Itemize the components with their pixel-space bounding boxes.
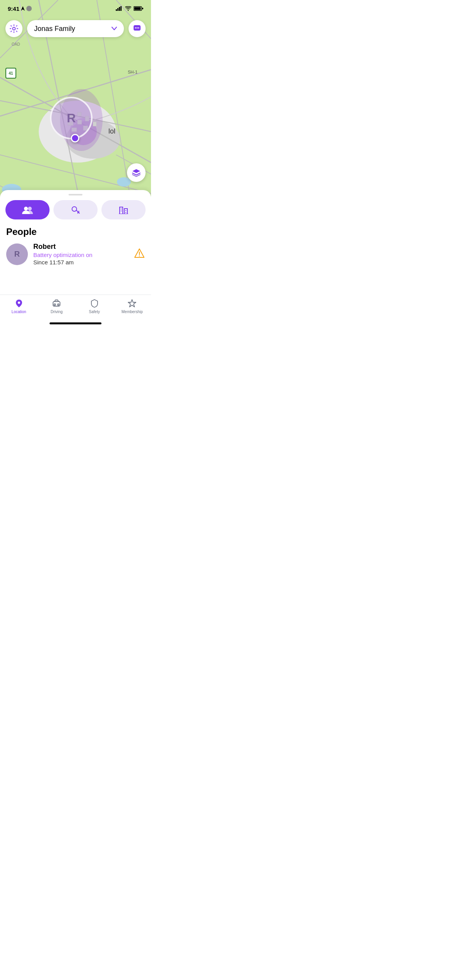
- person-time: Since 11:57 am: [33, 259, 129, 266]
- map-location-pin: [71, 134, 79, 142]
- gear-icon: [10, 24, 18, 33]
- driving-nav-label: Driving: [51, 310, 63, 314]
- svg-point-56: [18, 302, 20, 304]
- clock: 9:41: [8, 5, 19, 12]
- svg-point-59: [58, 304, 59, 305]
- membership-nav-label: Membership: [122, 310, 143, 314]
- person-row: R Robert Battery optimization on Since 1…: [6, 243, 145, 266]
- chat-button[interactable]: [129, 20, 146, 37]
- top-bar: Jonas Family: [0, 17, 151, 40]
- svg-rect-49: [121, 209, 122, 209]
- map-layers-button[interactable]: [127, 163, 146, 182]
- bottom-nav: Location Driving Safety Membership: [0, 295, 151, 327]
- nav-item-safety[interactable]: Safety: [76, 299, 113, 314]
- person-warning-text: Battery optimization on: [33, 252, 129, 258]
- road-number: 41: [9, 71, 13, 75]
- key-icon: [71, 206, 80, 214]
- svg-point-41: [24, 207, 28, 211]
- places-tab-button[interactable]: [53, 200, 98, 219]
- settings-button[interactable]: [5, 20, 22, 37]
- location-nav-label: Location: [12, 310, 26, 314]
- svg-text:lol: lol: [108, 127, 115, 135]
- status-right-icons: [116, 6, 143, 11]
- svg-rect-37: [93, 122, 96, 126]
- person-name: Robert: [33, 243, 129, 251]
- home-indicator: [50, 322, 101, 324]
- avatar-initial: R: [67, 111, 76, 125]
- people-section-title: People: [6, 226, 145, 237]
- svg-point-11: [137, 27, 138, 29]
- map-avatar: R: [50, 97, 93, 139]
- location-nav-icon: [14, 299, 24, 308]
- building-icon: [119, 206, 128, 214]
- family-selector[interactable]: Jonas Family: [27, 20, 124, 37]
- family-name: Jonas Family: [34, 25, 75, 33]
- warning-icon: [134, 248, 145, 260]
- people-section: People R Robert Battery optimization on …: [0, 223, 151, 266]
- svg-point-10: [135, 27, 136, 29]
- driving-nav-icon: [52, 299, 61, 308]
- person-info: Robert Battery optimization on Since 11:…: [33, 243, 129, 266]
- membership-nav-icon: [127, 299, 137, 308]
- nav-item-driving[interactable]: Driving: [38, 299, 76, 314]
- dot-icon: [26, 6, 32, 11]
- pin-dot: [71, 134, 79, 142]
- bottom-panel: People R Robert Battery optimization on …: [0, 190, 151, 295]
- svg-rect-48: [124, 209, 127, 214]
- safety-nav-label: Safety: [89, 310, 100, 314]
- svg-rect-6: [134, 7, 141, 10]
- svg-point-8: [13, 27, 15, 30]
- svg-rect-52: [125, 212, 126, 213]
- svg-rect-3: [119, 7, 120, 11]
- chevron-down-icon: [112, 27, 117, 31]
- svg-point-58: [54, 304, 56, 305]
- safety-nav-icon: [90, 299, 99, 308]
- svg-rect-50: [121, 211, 122, 211]
- svg-point-28: [117, 177, 131, 187]
- person-initial: R: [14, 250, 20, 259]
- status-bar: 9:41: [0, 0, 151, 17]
- layers-icon: [132, 168, 141, 177]
- drivers-tab-button[interactable]: [101, 200, 146, 219]
- status-time: 9:41: [8, 5, 32, 12]
- svg-rect-4: [120, 6, 122, 11]
- svg-rect-1: [116, 9, 117, 11]
- person-avatar: R: [6, 243, 28, 265]
- svg-text:OAD: OAD: [12, 42, 20, 46]
- svg-rect-2: [117, 8, 118, 11]
- nav-item-membership[interactable]: Membership: [113, 299, 151, 314]
- battery-icon: [134, 6, 143, 11]
- svg-point-0: [26, 6, 32, 11]
- svg-rect-7: [142, 8, 143, 9]
- wifi-icon: [125, 6, 131, 11]
- chat-icon: [133, 24, 141, 33]
- nav-item-location[interactable]: Location: [0, 299, 38, 314]
- svg-rect-51: [125, 210, 126, 211]
- svg-point-42: [28, 207, 32, 211]
- road-number-badge: 41: [5, 68, 16, 79]
- triangle-warning-icon: [134, 248, 145, 258]
- segment-buttons: [0, 195, 151, 223]
- svg-point-55: [139, 255, 140, 256]
- people-tab-button[interactable]: [5, 200, 50, 219]
- people-icon: [22, 206, 33, 214]
- svg-text:SH-1: SH-1: [128, 70, 137, 74]
- location-arrow-icon: [21, 6, 25, 11]
- signal-icon: [116, 6, 123, 11]
- svg-point-12: [138, 27, 139, 29]
- svg-point-43: [72, 207, 77, 211]
